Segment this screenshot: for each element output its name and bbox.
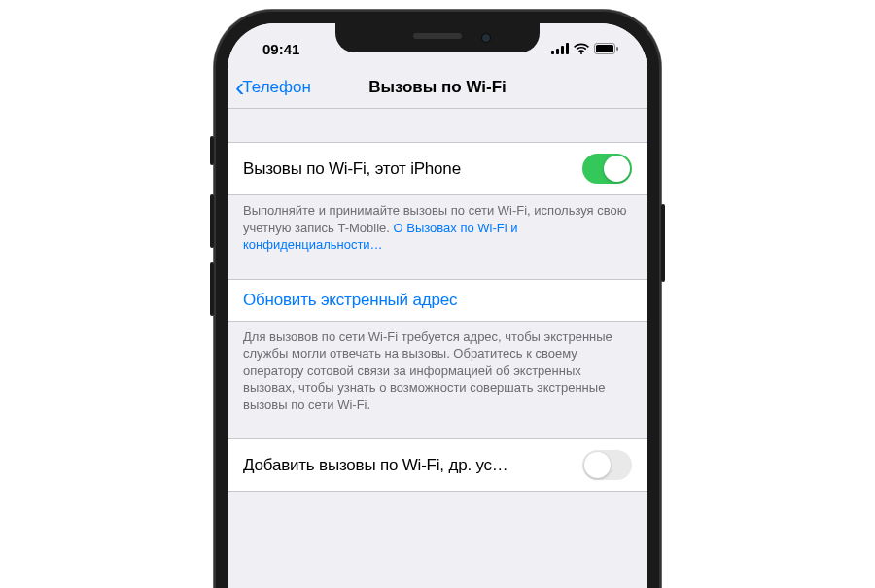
svg-rect-2 [561, 46, 564, 54]
toggle-knob [584, 452, 611, 478]
svg-rect-0 [551, 51, 554, 54]
mute-switch [210, 136, 214, 165]
wifi-icon [574, 43, 589, 54]
svg-rect-7 [616, 47, 618, 51]
notch [335, 23, 540, 52]
volume-up-button [210, 194, 214, 248]
emergency-address-footer-text: Для вызовов по сети Wi-Fi требуется адре… [243, 329, 612, 412]
screen: 09:41 ‹ Телефон Вызовы по Wi-Fi [228, 23, 648, 588]
add-wifi-calling-other-devices-label: Добавить вызовы по Wi-Fi, др. ус… [243, 456, 508, 475]
emergency-address-footer: Для вызовов по сети Wi-Fi требуется адре… [228, 322, 648, 422]
back-label: Телефон [242, 78, 311, 97]
speaker [413, 33, 462, 39]
page-title: Вызовы по Wi-Fi [368, 78, 507, 97]
status-time: 09:41 [257, 33, 299, 57]
status-icons [551, 35, 618, 54]
add-wifi-calling-other-devices-row: Добавить вызовы по Wi-Fi, др. ус… [228, 438, 648, 492]
back-button[interactable]: ‹ Телефон [235, 74, 311, 101]
volume-down-button [210, 262, 214, 316]
wifi-calling-this-iphone-toggle[interactable] [582, 154, 632, 184]
power-button [661, 204, 665, 282]
wifi-calling-this-iphone-label: Вызовы по Wi-Fi, этот iPhone [243, 159, 461, 179]
wifi-calling-this-iphone-row: Вызовы по Wi-Fi, этот iPhone [228, 142, 648, 195]
nav-bar: ‹ Телефон Вызовы по Wi-Fi [228, 66, 648, 109]
svg-rect-1 [556, 49, 559, 54]
front-camera [481, 33, 491, 43]
phone-frame: 09:41 ‹ Телефон Вызовы по Wi-Fi [214, 10, 661, 588]
svg-rect-3 [566, 43, 569, 54]
svg-point-4 [580, 52, 582, 54]
update-emergency-address-row[interactable]: Обновить экстренный адрес [228, 279, 648, 322]
content: Вызовы по Wi-Fi, этот iPhone Выполняйте … [228, 109, 648, 492]
cellular-signal-icon [551, 43, 569, 54]
add-wifi-calling-other-devices-toggle[interactable] [582, 450, 632, 480]
update-emergency-address-label: Обновить экстренный адрес [243, 291, 457, 310]
svg-rect-6 [596, 45, 613, 52]
wifi-calling-footer: Выполняйте и принимайте вызовы по сети W… [228, 195, 648, 261]
battery-icon [594, 43, 618, 54]
toggle-knob [604, 156, 630, 182]
